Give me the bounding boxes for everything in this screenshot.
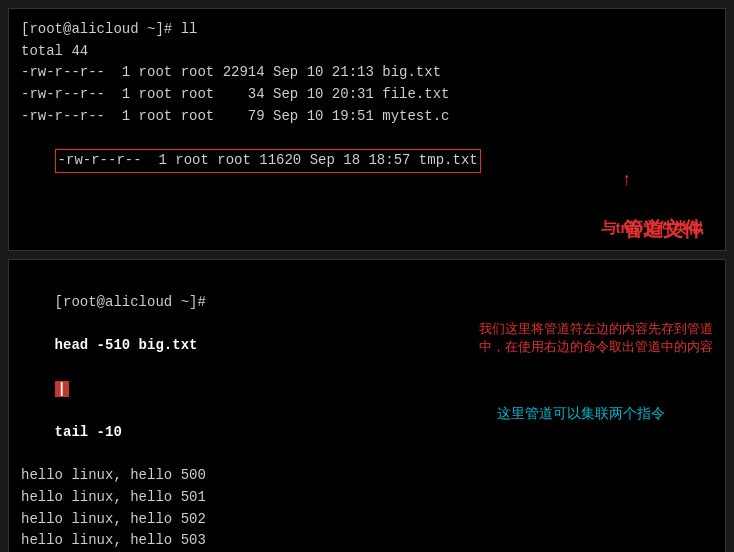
cmd-pipe-symbol: |	[55, 381, 69, 397]
output-line-3: hello linux, hello 502	[21, 509, 713, 531]
pipe-file-label: 管道文件	[623, 216, 703, 243]
file-row-2: -rw-r--r-- 1 root root 34 Sep 10 20:31 f…	[21, 84, 713, 106]
cmd-head: head -510 big.txt	[55, 337, 198, 353]
bottom-prompt-line: [root@alicloud ~]# head -510 big.txt | t…	[21, 270, 713, 465]
output-line-4: hello linux, hello 503	[21, 530, 713, 552]
top-terminal: [root@alicloud ~]# ll total 44 -rw-r--r-…	[8, 8, 726, 251]
comment-cyan-annotation: 这里管道可以集联两个指令	[497, 405, 665, 423]
output-line-1: hello linux, hello 500	[21, 465, 713, 487]
cmd-tail: tail -10	[55, 424, 122, 440]
top-prompt-line: [root@alicloud ~]# ll	[21, 19, 713, 41]
file-row-1: -rw-r--r-- 1 root root 22914 Sep 10 21:1…	[21, 62, 713, 84]
arrow-up-icon: ↑	[550, 167, 703, 195]
total-line: total 44	[21, 41, 713, 63]
file-row-highlighted: -rw-r--r-- 1 root root 11620 Sep 18 18:5…	[21, 127, 713, 216]
bottom-prompt: [root@alicloud ~]#	[55, 294, 206, 310]
bottom-terminal: [root@alicloud ~]# head -510 big.txt | t…	[8, 259, 726, 552]
highlighted-file-row: -rw-r--r-- 1 root root 11620 Sep 18 18:5…	[55, 149, 481, 173]
comment-red-annotation: 我们这里将管道符左边的内容先存到管道 中，在使用右边的命令取出管道中的内容	[479, 320, 713, 356]
output-line-2: hello linux, hello 501	[21, 487, 713, 509]
